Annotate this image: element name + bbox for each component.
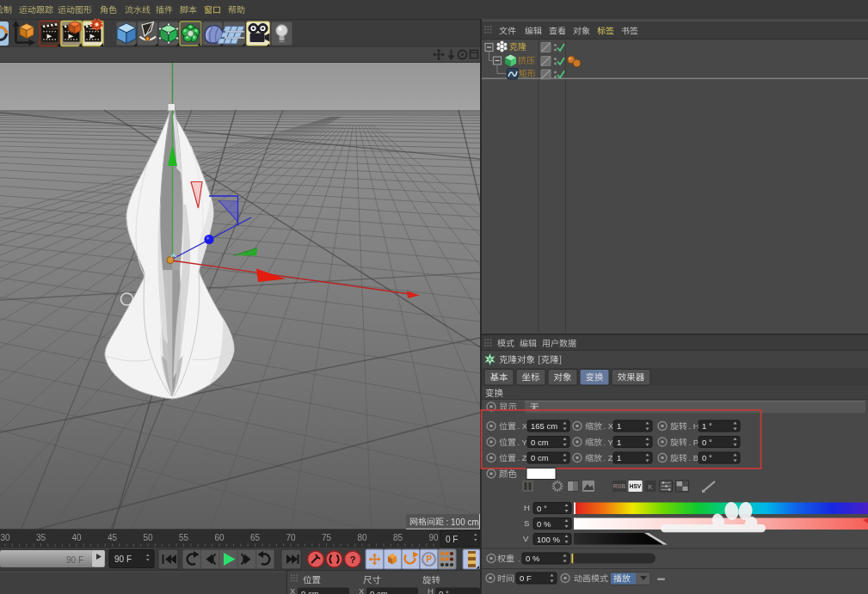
svg-text:65: 65	[250, 533, 261, 542]
svg-text:70: 70	[286, 533, 296, 542]
svg-text:0 °: 0 °	[702, 438, 712, 447]
svg-text:40: 40	[71, 533, 82, 542]
svg-text:0 %: 0 %	[526, 554, 540, 563]
svg-text:0 cm: 0 cm	[531, 453, 549, 462]
svg-text:55: 55	[179, 533, 189, 542]
svg-text:0 cm: 0 cm	[370, 589, 388, 594]
svg-text:P: P	[426, 554, 432, 564]
svg-text:S: S	[524, 518, 529, 528]
svg-text:90: 90	[428, 533, 439, 542]
svg-text:1: 1	[617, 421, 621, 431]
svg-text:30: 30	[0, 533, 10, 542]
svg-text:45: 45	[108, 533, 118, 542]
svg-text:0 cm: 0 cm	[301, 589, 319, 594]
svg-text:. H: . H	[689, 421, 699, 431]
svg-text:. X: . X	[604, 421, 614, 431]
svg-text:. Y: . Y	[518, 438, 528, 447]
svg-text:80: 80	[357, 533, 367, 542]
svg-text:. B: . B	[689, 453, 699, 462]
svg-text:1: 1	[617, 453, 621, 462]
svg-text:HSV: HSV	[630, 483, 642, 489]
svg-text:50: 50	[143, 533, 153, 542]
svg-text:H: H	[524, 503, 530, 512]
svg-text:: 100 cm: : 100 cm	[446, 517, 479, 527]
svg-text:RGB: RGB	[613, 483, 626, 489]
svg-text:X: X	[290, 586, 296, 594]
svg-text:60: 60	[214, 533, 225, 542]
svg-text:1 °: 1 °	[702, 421, 712, 431]
svg-text:0 %: 0 %	[537, 519, 551, 529]
svg-text:. Y: . Y	[604, 438, 614, 447]
svg-text:75: 75	[322, 533, 332, 542]
svg-text:. X: . X	[518, 421, 528, 431]
svg-text:90 F: 90 F	[66, 555, 83, 565]
svg-text:V: V	[523, 534, 529, 543]
svg-text:0 °: 0 °	[537, 504, 547, 513]
svg-text:?: ?	[350, 554, 356, 565]
svg-text:1: 1	[617, 438, 621, 447]
svg-text:0 F: 0 F	[446, 535, 458, 544]
svg-text:K: K	[648, 483, 653, 491]
svg-text:0 F: 0 F	[520, 573, 532, 583]
svg-text:. Z: . Z	[604, 453, 613, 462]
svg-text:0 °: 0 °	[702, 453, 712, 462]
svg-text:165 cm: 165 cm	[531, 421, 557, 431]
svg-text:0 °: 0 °	[439, 589, 449, 594]
svg-text:. Z: . Z	[518, 453, 527, 462]
svg-text:90 F: 90 F	[114, 554, 132, 564]
svg-text:H: H	[428, 586, 434, 594]
svg-text:. P: . P	[689, 438, 699, 447]
svg-text:100 %: 100 %	[537, 535, 560, 544]
svg-text:0 cm: 0 cm	[531, 438, 549, 447]
svg-text:35: 35	[36, 533, 46, 542]
svg-text:X: X	[359, 586, 365, 594]
svg-text:85: 85	[393, 533, 403, 542]
